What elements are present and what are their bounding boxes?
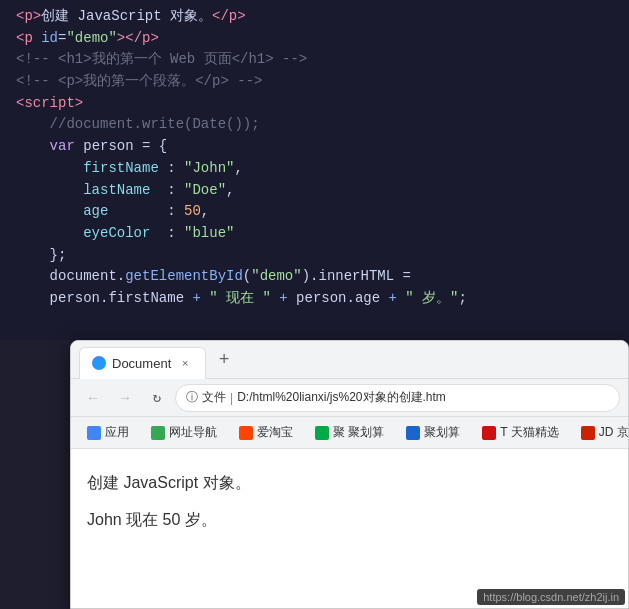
tooltip-overlay: https://blog.csdn.net/zh2ij.in [477,589,625,605]
address-security-icon: ⓘ [186,389,198,406]
bookmark-item[interactable]: 应用 [79,421,137,444]
bookmark-icon [315,426,329,440]
bookmark-icon [406,426,420,440]
tab-close-button[interactable]: × [177,355,193,371]
bookmarks-bar: 应用网址导航爱淘宝聚 聚划算聚划算T 天猫精选JD 京 [71,417,628,449]
address-url: D:/html%20lianxi/js%20对象的创建.htm [237,389,446,406]
bookmark-label: 聚 聚划算 [333,424,384,441]
code-line: var person = { [0,136,629,158]
code-line: <script> [0,93,629,115]
code-line: <!-- <p>我的第一个段落。</p> --> [0,71,629,93]
content-paragraph: 创建 JavaScript 对象。 [87,469,612,498]
code-line: <!-- <h1>我的第一个 Web 页面</h1> --> [0,49,629,71]
code-line: firstName : "John", [0,158,629,180]
code-line: //document.write(Date()); [0,114,629,136]
refresh-button[interactable]: ↻ [143,384,171,412]
address-file-prefix: 文件 [202,389,226,406]
bookmark-label: 网址导航 [169,424,217,441]
bookmark-item[interactable]: JD 京 [573,421,628,444]
bookmark-label: 爱淘宝 [257,424,293,441]
tab-area: 🌐 Document × + [79,341,620,379]
content-paragraph: John 现在 50 岁。 [87,506,612,535]
bookmark-icon [87,426,101,440]
bookmark-icon [482,426,496,440]
browser-window: 🌐 Document × + ← → ↻ ⓘ 文件 | D:/html%20li… [70,340,629,609]
code-line: age : 50, [0,201,629,223]
code-line: eyeColor : "blue" [0,223,629,245]
address-bar[interactable]: ⓘ 文件 | D:/html%20lianxi/js%20对象的创建.htm [175,384,620,412]
code-line: <p>创建 JavaScript 对象。</p> [0,6,629,28]
code-line: lastName : "Doe", [0,180,629,202]
bookmark-label: JD 京 [599,424,628,441]
code-line: }; [0,245,629,267]
browser-content: 创建 JavaScript 对象。John 现在 50 岁。 [71,449,628,555]
bookmark-item[interactable]: 聚 聚划算 [307,421,392,444]
browser-navbar: ← → ↻ ⓘ 文件 | D:/html%20lianxi/js%20对象的创建… [71,379,628,417]
new-tab-button[interactable]: + [210,346,238,374]
bookmark-icon [239,426,253,440]
bookmark-icon [151,426,165,440]
tab-favicon-icon: 🌐 [92,356,106,370]
code-line: <p id="demo"></p> [0,28,629,50]
bookmark-item[interactable]: T 天猫精选 [474,421,566,444]
tab-label: Document [112,356,171,371]
bookmark-item[interactable]: 聚划算 [398,421,468,444]
bookmark-label: T 天猫精选 [500,424,558,441]
address-separator: | [230,391,233,405]
bookmark-item[interactable]: 网址导航 [143,421,225,444]
code-editor: <p>创建 JavaScript 对象。</p><p id="demo"></p… [0,0,629,340]
forward-button[interactable]: → [111,384,139,412]
bookmark-item[interactable]: 爱淘宝 [231,421,301,444]
bookmark-label: 应用 [105,424,129,441]
browser-tab[interactable]: 🌐 Document × [79,347,206,379]
browser-titlebar: 🌐 Document × + [71,341,628,379]
bookmark-label: 聚划算 [424,424,460,441]
code-line: person.firstName + " 现在 " + person.age +… [0,288,629,310]
back-button[interactable]: ← [79,384,107,412]
code-line: document.getElementById("demo").innerHTM… [0,266,629,288]
bookmark-icon [581,426,595,440]
